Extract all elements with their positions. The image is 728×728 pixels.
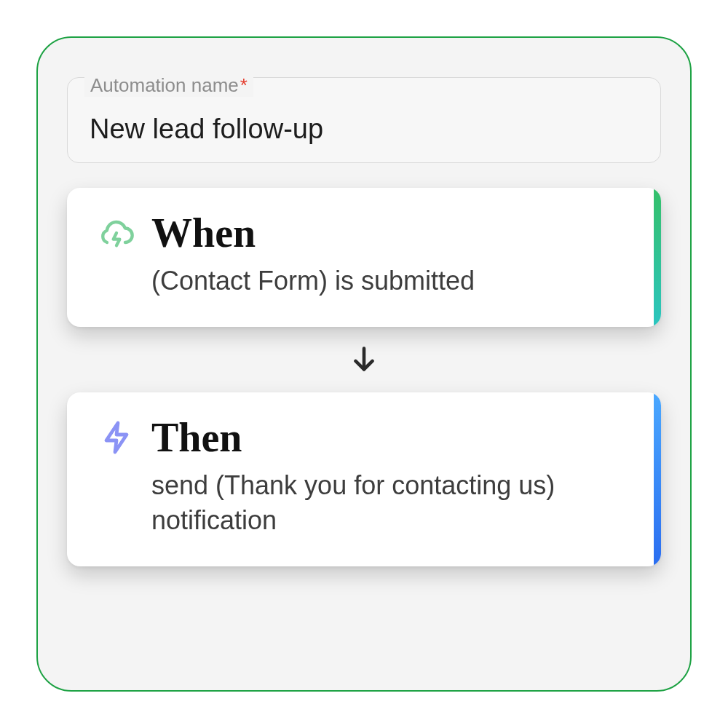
automation-editor-panel: Automation name* When (Contact Form) is … <box>36 36 692 692</box>
required-indicator: * <box>240 74 248 96</box>
trigger-title: When <box>151 213 256 253</box>
action-description: send (Thank you for contacting us) notif… <box>151 468 617 539</box>
label-text: Automation name <box>90 74 239 96</box>
action-card-then[interactable]: Then send (Thank you for contacting us) … <box>67 392 661 566</box>
automation-name-label: Automation name* <box>84 74 253 97</box>
automation-name-field[interactable]: Automation name* <box>67 77 661 163</box>
lightning-bolt-icon <box>96 417 137 458</box>
card-accent-stripe <box>654 188 661 327</box>
trigger-description: (Contact Form) is submitted <box>151 264 617 299</box>
card-accent-stripe <box>654 392 661 566</box>
arrow-down-icon <box>347 343 381 376</box>
trigger-card-when[interactable]: When (Contact Form) is submitted <box>67 188 661 327</box>
cloud-lightning-icon <box>96 213 137 253</box>
flow-arrow-connector <box>67 327 661 392</box>
action-title: Then <box>151 417 242 458</box>
automation-name-input[interactable] <box>88 113 640 146</box>
svg-marker-1 <box>106 423 127 452</box>
